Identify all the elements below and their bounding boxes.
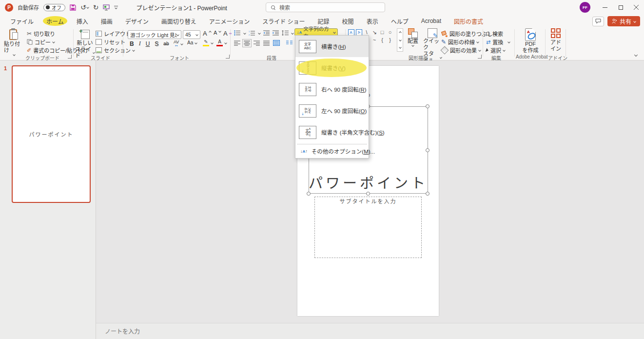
align-center-button[interactable] xyxy=(244,40,250,46)
resize-handle-top-right[interactable] xyxy=(426,104,429,108)
decrease-font-size-button[interactable]: A xyxy=(214,30,221,36)
shape-rectangle[interactable]: □ xyxy=(381,29,384,35)
menu-item-more-options[interactable]: ↓A↑ その他のオプション(M)... xyxy=(295,145,369,157)
undo-button[interactable]: ↺ xyxy=(80,4,89,11)
tab-design[interactable]: デザイン xyxy=(119,15,155,27)
replace-button[interactable]: ⇄置換 xyxy=(486,38,510,46)
clipboard-dialog-launcher[interactable] xyxy=(68,55,72,59)
replace-dropdown-icon[interactable] xyxy=(507,40,510,43)
columns-button[interactable] xyxy=(286,40,293,46)
tab-help[interactable]: ヘルプ xyxy=(385,15,415,27)
bold-button[interactable]: B xyxy=(130,40,134,47)
save-button[interactable] xyxy=(70,4,76,11)
collapse-ribbon-icon[interactable] xyxy=(634,53,638,57)
quick-styles-dropdown-icon[interactable] xyxy=(440,56,442,59)
tab-shape-format[interactable]: 図形の書式 xyxy=(448,15,489,27)
gallery-down-icon[interactable] xyxy=(399,39,402,41)
shape-textbox-horizontal[interactable]: A xyxy=(348,29,354,36)
italic-button[interactable]: I xyxy=(139,40,141,47)
decrease-indent-button[interactable] xyxy=(263,30,270,36)
menu-item-vertical-halfwidth[interactable]: 文字ABC 縦書き (半角文字含む)(S) xyxy=(295,121,369,143)
section-button[interactable]: セクション xyxy=(96,46,135,54)
bullets-dropdown-icon[interactable] xyxy=(243,32,246,35)
tab-home[interactable]: ホーム xyxy=(40,15,70,27)
tab-file[interactable]: ファイル xyxy=(4,15,40,27)
clear-formatting-button[interactable]: A✦ xyxy=(223,30,232,37)
select-button[interactable]: 選択 xyxy=(486,46,505,54)
bullets-button[interactable] xyxy=(234,30,241,36)
shape-oval[interactable]: ○ xyxy=(389,29,392,35)
share-button[interactable]: 共有 xyxy=(607,16,640,26)
menu-item-rotate-right-90[interactable]: 文字ABC 右へ 90 度回転(R) xyxy=(295,79,369,100)
gallery-more-icon[interactable] xyxy=(399,46,402,49)
shape-textbox-vertical[interactable]: A xyxy=(356,29,362,36)
copy-button[interactable]: コピー xyxy=(27,38,55,46)
menu-item-vertical[interactable]: 文字ABC↓ 縦書き(V) xyxy=(295,57,369,79)
gallery-up-icon[interactable] xyxy=(399,31,402,34)
font-size-dropdown-icon[interactable] xyxy=(195,33,198,36)
tab-acrobat[interactable]: Acrobat xyxy=(415,15,448,27)
customize-qat-button[interactable] xyxy=(114,6,118,9)
resize-handle-bottom-left[interactable] xyxy=(307,192,311,196)
numbering-dropdown-icon[interactable] xyxy=(258,32,261,35)
increase-indent-button[interactable] xyxy=(273,30,279,36)
share-dropdown-icon[interactable] xyxy=(633,20,636,23)
undo-dropdown-icon[interactable] xyxy=(86,6,89,9)
tab-view[interactable]: 表示 xyxy=(360,15,385,27)
autosave-toggle[interactable]: オフ xyxy=(43,4,65,11)
text-shadow-button[interactable]: S xyxy=(155,40,158,47)
resize-handle-middle-right[interactable] xyxy=(426,148,429,152)
shape-gallery-scrollbar[interactable] xyxy=(397,28,403,52)
highlight-color-button[interactable]: ✎ xyxy=(203,40,213,46)
close-button[interactable] xyxy=(628,0,644,15)
tab-insert[interactable]: 挿入 xyxy=(70,15,95,27)
search-input[interactable]: 検索 xyxy=(266,2,385,12)
shape-brace-right[interactable]: } xyxy=(389,37,391,43)
start-slideshow-button[interactable] xyxy=(103,4,110,11)
shape-curve[interactable]: ~ xyxy=(373,37,376,43)
reset-button[interactable]: リセット xyxy=(96,38,125,46)
paste-button[interactable]: 貼り付け xyxy=(4,28,24,56)
font-name-dropdown-icon[interactable] xyxy=(177,33,179,36)
shape-brace-left[interactable]: { xyxy=(381,37,383,43)
text-direction-dropdown-icon[interactable] xyxy=(333,31,336,34)
justify-button[interactable] xyxy=(263,40,270,46)
resize-handle-bottom-right[interactable] xyxy=(426,192,429,196)
comments-button[interactable] xyxy=(592,17,604,26)
find-button[interactable]: 検索 xyxy=(486,30,503,38)
increase-font-size-button[interactable]: A xyxy=(203,30,211,37)
resize-handle-bottom-middle[interactable] xyxy=(366,192,370,196)
shape-effects-dropdown-icon[interactable] xyxy=(478,49,481,52)
change-case-button[interactable]: Aa xyxy=(187,40,197,45)
tab-review[interactable]: 校閲 xyxy=(336,15,360,27)
redo-button[interactable]: ↻ xyxy=(93,4,99,11)
tab-transitions[interactable]: 画面切り替え xyxy=(155,15,203,27)
drawing-dialog-launcher[interactable] xyxy=(478,55,482,59)
powerpoint-logo-icon[interactable]: P xyxy=(5,3,13,12)
line-spacing-button[interactable] xyxy=(282,30,289,36)
pane-divider[interactable] xyxy=(96,60,96,339)
arrange-button[interactable]: 配置 xyxy=(405,28,421,46)
strikethrough-button[interactable]: ab xyxy=(163,41,169,46)
shape-effects-button[interactable]: 図形の効果 xyxy=(441,46,481,54)
font-color-button[interactable]: A xyxy=(216,40,227,46)
minimize-button[interactable] xyxy=(597,0,613,15)
shape-outline-dropdown-icon[interactable] xyxy=(476,40,479,43)
select-dropdown-icon[interactable] xyxy=(503,49,506,52)
tab-draw[interactable]: 描画 xyxy=(95,15,119,27)
menu-item-rotate-left-90[interactable]: 文字ABC↓ 左へ 90 度回転(O) xyxy=(295,100,369,121)
underline-button[interactable]: U xyxy=(146,40,150,47)
font-name-combobox[interactable]: 游ゴシック Light 見出し xyxy=(128,30,181,39)
user-avatar[interactable]: FF xyxy=(580,2,590,13)
subtitle-placeholder-textbox[interactable]: サブタイトルを入力 xyxy=(314,197,422,258)
align-left-button[interactable] xyxy=(234,40,240,46)
shape-line[interactable]: \ xyxy=(366,29,367,35)
restore-button[interactable] xyxy=(613,0,628,15)
notes-pane[interactable]: ノートを入力 xyxy=(96,323,644,339)
font-dialog-launcher[interactable] xyxy=(226,55,230,59)
align-right-button[interactable] xyxy=(254,40,260,46)
font-size-combobox[interactable]: 45 xyxy=(183,30,200,39)
addins-button[interactable]: アド イン xyxy=(547,28,565,52)
slide-thumbnail-1[interactable]: パワーポイント xyxy=(12,65,91,203)
line-spacing-dropdown-icon[interactable] xyxy=(291,32,294,35)
